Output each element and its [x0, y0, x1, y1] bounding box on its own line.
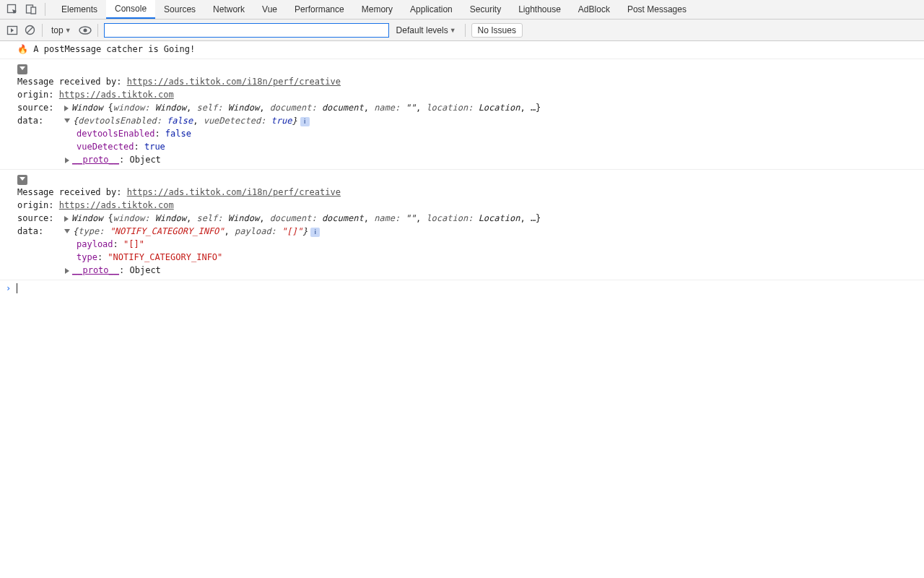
- download-arrow-icon: [17, 64, 27, 74]
- tab-console[interactable]: Console: [106, 0, 155, 19]
- separator: [465, 24, 466, 37]
- origin-label: origin:: [17, 200, 59, 210]
- svg-line-5: [27, 27, 32, 33]
- log-levels-selector[interactable]: Default levels ▼: [393, 24, 459, 37]
- origin-label: origin:: [17, 90, 59, 100]
- download-arrow-icon: [17, 175, 27, 185]
- svg-point-7: [83, 28, 87, 32]
- tab-performance[interactable]: Performance: [286, 0, 353, 19]
- sidebar-toggle-icon[interactable]: [6, 24, 19, 37]
- tab-post-messages[interactable]: Post Messages: [619, 0, 695, 19]
- filter-input[interactable]: [104, 23, 389, 38]
- tab-sources[interactable]: Sources: [155, 0, 204, 19]
- object-property[interactable]: devtoolsEnabled: false: [17, 127, 924, 140]
- collapse-icon[interactable]: [64, 229, 70, 233]
- source-label: source:: [17, 213, 64, 223]
- expand-icon[interactable]: [65, 158, 69, 163]
- issues-button[interactable]: No Issues: [471, 23, 523, 38]
- separator: [42, 24, 43, 37]
- data-label: data:: [17, 226, 64, 236]
- object-proto[interactable]: __proto__: Object: [17, 264, 924, 277]
- received-by-label: Message received by:: [17, 77, 127, 87]
- cursor: [17, 283, 17, 293]
- separator: [97, 24, 98, 37]
- prompt-chevron-icon: ›: [6, 283, 11, 293]
- context-label: top: [51, 25, 64, 35]
- source-label: source:: [17, 103, 64, 113]
- origin-url[interactable]: https://ads.tiktok.com: [59, 200, 174, 210]
- received-by-url[interactable]: https://ads.tiktok.com/i18n/perf/creativ…: [127, 77, 341, 87]
- received-by-url[interactable]: https://ads.tiktok.com/i18n/perf/creativ…: [127, 187, 341, 197]
- tab-lighthouse[interactable]: Lighthouse: [510, 0, 570, 19]
- expand-icon[interactable]: [64, 105, 69, 111]
- tab-vue[interactable]: Vue: [253, 0, 286, 19]
- banner-text: 🔥 A postMessage catcher is Going!: [17, 44, 195, 54]
- context-selector[interactable]: top ▼: [48, 24, 74, 37]
- tab-adblock[interactable]: AdBlock: [570, 0, 619, 19]
- object-property[interactable]: vueDetected: true: [17, 140, 924, 153]
- tab-application[interactable]: Application: [401, 0, 461, 19]
- live-expression-icon[interactable]: [79, 24, 92, 37]
- data-label: data:: [17, 116, 64, 126]
- console-message: Message received by: https://ads.tiktok.…: [0, 59, 924, 170]
- console-message: Message received by: https://ads.tiktok.…: [0, 170, 924, 280]
- console-output: 🔥 A postMessage catcher is Going! Messag…: [0, 41, 924, 296]
- object-proto[interactable]: __proto__: Object: [17, 153, 924, 166]
- console-toolbar: top ▼ Default levels ▼ No Issues: [0, 20, 924, 41]
- device-toggle-icon[interactable]: [25, 3, 38, 16]
- tab-elements[interactable]: Elements: [53, 0, 106, 19]
- clear-console-icon[interactable]: [23, 24, 36, 37]
- svg-rect-2: [31, 7, 36, 14]
- received-by-label: Message received by:: [17, 187, 127, 197]
- separator: [45, 3, 45, 16]
- info-badge-icon[interactable]: i: [300, 117, 310, 126]
- object-property[interactable]: type: "NOTIFY_CATEGORY_INFO": [17, 251, 924, 264]
- collapse-icon[interactable]: [64, 118, 70, 123]
- levels-label: Default levels: [396, 25, 448, 35]
- tab-network[interactable]: Network: [204, 0, 253, 19]
- console-prompt[interactable]: ›: [0, 280, 924, 296]
- info-badge-icon[interactable]: i: [310, 228, 320, 237]
- expand-icon[interactable]: [65, 268, 69, 274]
- chevron-down-icon: ▼: [450, 27, 456, 34]
- devtools-tabs-bar: ElementsConsoleSourcesNetworkVuePerforma…: [0, 0, 924, 20]
- origin-url[interactable]: https://ads.tiktok.com: [59, 90, 174, 100]
- console-banner: 🔥 A postMessage catcher is Going!: [0, 41, 924, 59]
- tab-list: ElementsConsoleSourcesNetworkVuePerforma…: [53, 0, 695, 19]
- tabs-left-controls: [0, 0, 53, 19]
- tab-security[interactable]: Security: [461, 0, 510, 19]
- chevron-down-icon: ▼: [65, 27, 71, 34]
- object-property[interactable]: payload: "[]": [17, 238, 924, 251]
- tab-memory[interactable]: Memory: [353, 0, 401, 19]
- expand-icon[interactable]: [64, 216, 69, 222]
- inspect-icon[interactable]: [6, 3, 19, 16]
